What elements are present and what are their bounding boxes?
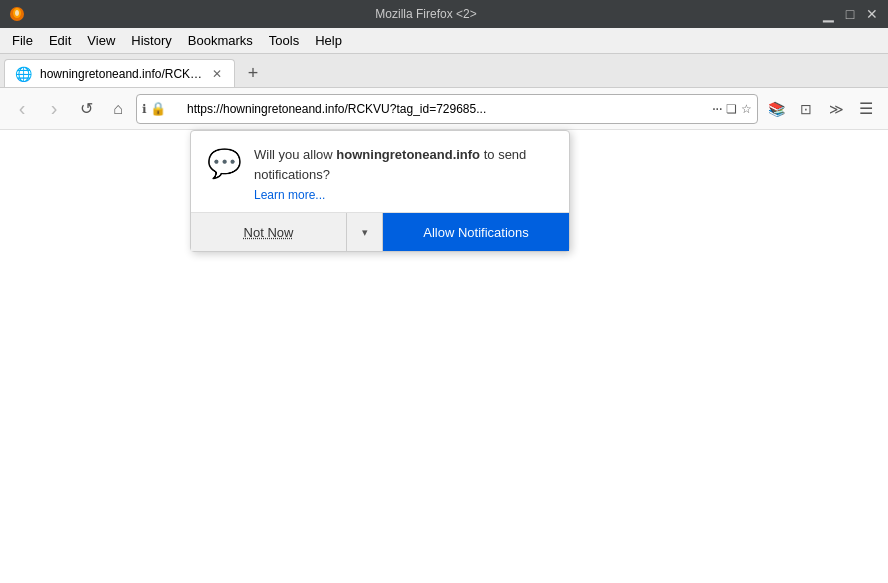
info-icon[interactable]: ℹ	[142, 102, 147, 116]
address-right-icons: ··· ❏ ☆	[712, 100, 752, 118]
notification-popup: 💬 Will you allow howningretoneand.info t…	[190, 130, 570, 252]
nav-bar: ‹ › ↺ ⌂ ℹ 🔒 ··· ❏ ☆ 📚	[0, 88, 888, 130]
popup-actions: Not Now ▾ Allow Notifications	[191, 212, 569, 251]
title-bar-controls: ▁ □ ✕	[820, 6, 880, 22]
extensions-button[interactable]: ≫	[822, 95, 850, 123]
popup-content: 💬 Will you allow howningretoneand.info t…	[207, 145, 553, 202]
synced-tabs-button[interactable]: ⊡	[792, 95, 820, 123]
tab-title: howningretoneand.info/RCK…	[40, 67, 202, 81]
popup-message: Will you allow howningretoneand.info to …	[254, 145, 553, 202]
reload-icon: ↺	[80, 99, 93, 118]
hamburger-button[interactable]: ☰	[852, 95, 880, 123]
new-tab-button[interactable]: +	[239, 59, 267, 87]
back-icon: ‹	[19, 97, 26, 120]
menu-edit[interactable]: Edit	[41, 31, 79, 50]
title-bar-title: Mozilla Firefox <2>	[32, 7, 820, 21]
firefox-icon	[8, 5, 26, 23]
dropdown-icon: ▾	[362, 226, 368, 239]
popup-text: Will you allow howningretoneand.info to …	[254, 145, 553, 184]
chat-bubble-icon: 💬	[207, 147, 242, 180]
menu-history[interactable]: History	[123, 31, 179, 50]
tab-favicon: 🌐	[15, 66, 32, 82]
nav-right-icons: 📚 ⊡ ≫ ☰	[762, 95, 880, 123]
hamburger-icon: ☰	[859, 99, 873, 118]
tab-close-button[interactable]: ✕	[210, 65, 224, 83]
minimize-button[interactable]: ▁	[820, 6, 836, 22]
reload-button[interactable]: ↺	[72, 95, 100, 123]
maximize-button[interactable]: □	[842, 6, 858, 22]
synced-tabs-icon: ⊡	[800, 101, 812, 117]
home-icon: ⌂	[113, 100, 123, 118]
popup-prefix: Will you allow	[254, 147, 336, 162]
title-bar-left	[8, 5, 32, 23]
library-button[interactable]: 📚	[762, 95, 790, 123]
back-button[interactable]: ‹	[8, 95, 36, 123]
allow-notifications-button[interactable]: Allow Notifications	[383, 213, 569, 251]
not-now-label: Not Now	[244, 225, 294, 240]
forward-icon: ›	[51, 97, 58, 120]
learn-more-link[interactable]: Learn more...	[254, 188, 553, 202]
popup-site: howningretoneand.info	[336, 147, 480, 162]
home-button[interactable]: ⌂	[104, 95, 132, 123]
close-button[interactable]: ✕	[864, 6, 880, 22]
tab-bar: 🌐 howningretoneand.info/RCK… ✕ +	[0, 54, 888, 88]
lock-icon: 🔒	[150, 101, 166, 116]
address-bar-wrapper: ℹ 🔒 ··· ❏ ☆	[136, 94, 758, 124]
menu-tools[interactable]: Tools	[261, 31, 307, 50]
browser-window: Mozilla Firefox <2> ▁ □ ✕ File Edit View…	[0, 0, 888, 130]
forward-button[interactable]: ›	[40, 95, 68, 123]
address-input[interactable]	[136, 94, 758, 124]
menu-help[interactable]: Help	[307, 31, 350, 50]
more-icon[interactable]: ···	[712, 100, 722, 118]
title-bar: Mozilla Firefox <2> ▁ □ ✕	[0, 0, 888, 28]
extensions-icon: ≫	[829, 101, 844, 117]
menu-file[interactable]: File	[4, 31, 41, 50]
active-tab[interactable]: 🌐 howningretoneand.info/RCK… ✕	[4, 59, 235, 87]
not-now-button[interactable]: Not Now	[191, 213, 347, 251]
pocket-icon[interactable]: ❏	[726, 102, 737, 116]
not-now-dropdown-button[interactable]: ▾	[347, 213, 383, 251]
menu-bookmarks[interactable]: Bookmarks	[180, 31, 261, 50]
address-left-icons: ℹ 🔒	[142, 101, 166, 116]
menu-view[interactable]: View	[79, 31, 123, 50]
library-icon: 📚	[768, 101, 785, 117]
menu-bar: File Edit View History Bookmarks Tools H…	[0, 28, 888, 54]
star-icon[interactable]: ☆	[741, 102, 752, 116]
